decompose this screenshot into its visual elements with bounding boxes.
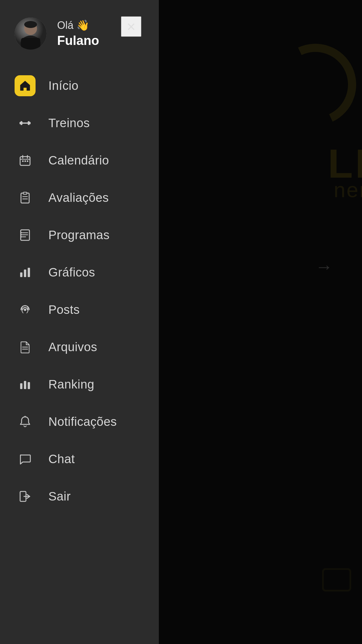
bar-chart-icon: [15, 262, 36, 283]
sidebar-item-calendario[interactable]: Calendário: [0, 142, 159, 179]
avatar-image: [15, 18, 47, 50]
clipboard-icon: [15, 187, 36, 208]
list-doc-icon: [15, 225, 36, 246]
svg-point-31: [21, 232, 22, 233]
file-text-icon: [15, 337, 36, 358]
sidebar-item-label-chat: Chat: [48, 452, 75, 466]
sidebar-item-label-notificacoes: Notificações: [48, 415, 117, 429]
svg-point-33: [21, 236, 22, 237]
sidebar-item-avaliacoes[interactable]: Avaliações: [0, 179, 159, 216]
svg-point-32: [21, 234, 22, 235]
sidebar-item-sair[interactable]: Sair: [0, 478, 159, 515]
svg-rect-21: [24, 160, 26, 162]
sidebar-item-notificacoes[interactable]: Notificações: [0, 403, 159, 440]
bar-chart2-icon: [15, 374, 36, 395]
sidebar-item-graficos[interactable]: Gráficos: [0, 254, 159, 291]
greeting-text: Olá 👋: [57, 19, 99, 32]
close-button[interactable]: ×: [121, 16, 141, 37]
svg-text:): ): [26, 304, 29, 313]
svg-rect-34: [20, 272, 22, 277]
sidebar-item-arquivos[interactable]: Arquivos: [0, 328, 159, 366]
svg-rect-43: [20, 383, 22, 389]
svg-point-4: [24, 21, 37, 28]
sidebar-item-label-posts: Posts: [48, 303, 80, 317]
svg-rect-24: [23, 192, 27, 194]
close-icon: ×: [127, 19, 136, 34]
bell-icon: [15, 411, 36, 432]
sidebar-item-inicio[interactable]: Início: [0, 67, 159, 104]
svg-rect-20: [22, 160, 24, 162]
sidebar-item-label-programas: Programas: [48, 228, 110, 242]
svg-point-39: [24, 309, 26, 311]
sidebar-item-programas[interactable]: Programas: [0, 216, 159, 254]
sidebar-item-label-graficos: Gráficos: [48, 265, 95, 279]
broadcast-icon: ( ): [15, 299, 36, 320]
sidebar-item-label-avaliacoes: Avaliações: [48, 191, 109, 205]
sidebar-item-ranking[interactable]: Ranking: [0, 366, 159, 403]
svg-text:(: (: [21, 304, 24, 313]
svg-rect-22: [27, 160, 28, 162]
sidebar-item-label-ranking: Ranking: [48, 377, 94, 391]
sidebar-item-label-calendario: Calendário: [48, 153, 109, 167]
nav-menu: Início Treinos: [0, 67, 159, 626]
username-text: Fulano: [57, 33, 99, 48]
home-icon: [15, 75, 36, 96]
dumbbell-icon: [15, 113, 36, 134]
svg-rect-44: [24, 381, 26, 389]
svg-rect-36: [28, 268, 30, 277]
sidebar-item-posts[interactable]: ( ) Posts: [0, 291, 159, 328]
svg-rect-45: [28, 382, 30, 389]
calendar-icon: [15, 150, 36, 171]
sidebar-item-treinos[interactable]: Treinos: [0, 104, 159, 142]
logout-icon: [15, 486, 36, 507]
sidebar-item-label-arquivos: Arquivos: [48, 340, 97, 354]
sidebar-item-label-inicio: Início: [48, 79, 78, 93]
svg-rect-5: [21, 38, 40, 50]
avatar: [15, 18, 47, 50]
sidebar-item-chat[interactable]: Chat: [0, 440, 159, 478]
chat-icon: [15, 449, 36, 470]
sidebar-drawer: ×: [0, 0, 159, 644]
sidebar-item-label-treinos: Treinos: [48, 116, 90, 130]
user-info: Olá 👋 Fulano: [57, 19, 99, 48]
sidebar-item-label-sair: Sair: [48, 489, 71, 503]
svg-rect-35: [24, 270, 26, 277]
